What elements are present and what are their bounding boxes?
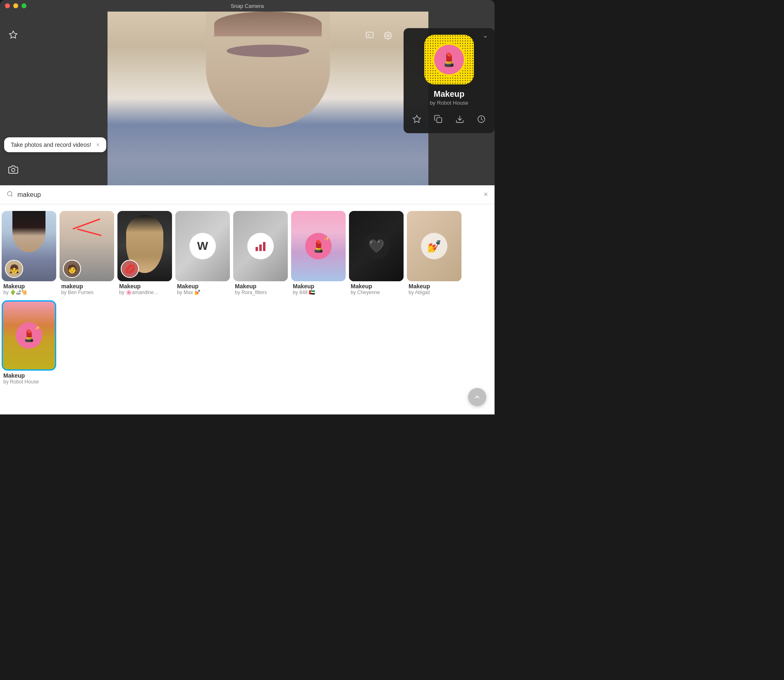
filter-name-abigail: Makeup xyxy=(409,283,460,290)
window-title: Snap Camera xyxy=(231,3,264,9)
filter-avatar-girl: 👧 xyxy=(5,260,23,278)
top-right-buttons xyxy=(362,28,395,43)
filter-item-robothouse[interactable]: 💄 ✨ Makeup by Robot House xyxy=(0,299,58,386)
filter-avatar-woman: 💋 xyxy=(121,260,139,278)
filter-thumb-w: W xyxy=(175,211,230,281)
filter-label-girl: Makeup by 🌵🏕🐪 xyxy=(2,281,56,295)
snapcode-panel: ⌄ 💄 Makeup by Robot House xyxy=(404,28,495,133)
filter-author-girl: by 🌵🏕🐪 xyxy=(3,290,55,295)
svg-point-5 xyxy=(387,35,389,37)
eye-shadow xyxy=(227,45,309,57)
minimize-button[interactable] xyxy=(13,3,18,8)
search-input[interactable] xyxy=(17,191,479,199)
filter-label-w: Makeup by Max 💅 xyxy=(175,281,230,295)
filter-name-robothouse: Makeup xyxy=(3,372,55,379)
svg-point-1 xyxy=(12,168,15,172)
filter-thumb-robothouse: 💄 ✨ xyxy=(2,300,56,371)
svg-marker-0 xyxy=(10,31,17,38)
filters-grid: 👧 Makeup by 🌵🏕🐪 xyxy=(0,204,495,414)
close-button[interactable] xyxy=(5,3,10,8)
filter-author-cheyenne: by Cheyenne xyxy=(351,290,402,295)
snapcode-favorite-button[interactable] xyxy=(410,112,423,127)
snapcode-timer-button[interactable] xyxy=(475,112,488,127)
filter-item-cheyenne[interactable]: 🖤 Makeup by Cheyenne xyxy=(347,209,405,297)
svg-rect-13 xyxy=(259,244,262,251)
snapcode-image: 💄 xyxy=(424,35,474,84)
filter-item-guy[interactable]: 🧑 makeup by Ben Furnes xyxy=(58,209,116,297)
snapcode-download-button[interactable] xyxy=(453,112,466,127)
filter-icon-bars xyxy=(247,233,274,259)
filter-label-guy: makeup by Ben Furnes xyxy=(60,281,114,295)
filters-row-2: 💄 ✨ Makeup by Robot House xyxy=(0,299,495,411)
filter-author-848: by 848 🇦🇪 xyxy=(293,290,344,295)
filters-row-1: 👧 Makeup by 🌵🏕🐪 xyxy=(0,208,495,299)
filter-author-woman: by 🌸amandine… xyxy=(119,290,170,295)
filter-author-abigail: by Abigail xyxy=(409,290,460,295)
filter-thumb-abigail: 💅 xyxy=(407,211,461,281)
filter-name-848: Makeup xyxy=(293,283,344,290)
filter-name-guy: makeup xyxy=(61,283,112,290)
search-bar: × xyxy=(0,185,495,204)
svg-point-10 xyxy=(7,192,12,196)
filter-label-848: Makeup by 848 🇦🇪 xyxy=(291,281,346,295)
tooltip-bubble: Take photos and record videos! × xyxy=(4,137,106,152)
filter-label-cheyenne: Makeup by Cheyenne xyxy=(349,281,404,295)
snapcode-chevron[interactable]: ⌄ xyxy=(483,31,488,39)
filter-item-w[interactable]: W Makeup by Max 💅 xyxy=(174,209,232,297)
filter-icon-robothouse: 💄 ✨ xyxy=(16,322,42,349)
filter-name-girl: Makeup xyxy=(3,283,55,290)
scroll-top-button[interactable] xyxy=(468,388,486,406)
filter-label-robothouse: Makeup by Robot House xyxy=(2,371,56,385)
filter-name-w: Makeup xyxy=(177,283,228,290)
filter-item-848[interactable]: 💄 ✨ Makeup by 848 🇦🇪 xyxy=(289,209,347,297)
filter-icon-w: W xyxy=(189,233,216,259)
svg-rect-12 xyxy=(256,247,258,251)
title-bar: Snap Camera xyxy=(0,0,495,12)
filter-avatar-guy: 🧑 xyxy=(63,260,81,278)
snapcode-filter-name: Makeup xyxy=(410,89,488,99)
filter-item-abigail[interactable]: 💅 Makeup by Abigail xyxy=(405,209,463,297)
twitch-button[interactable] xyxy=(362,28,377,43)
tooltip-text: Take photos and record videos! xyxy=(11,141,91,148)
snapcode-inner-circle: 💄 xyxy=(434,45,464,74)
filter-author-robothouse: by Robot House xyxy=(3,379,55,385)
search-icon xyxy=(7,191,13,199)
filter-icon-abigail: 💅 xyxy=(421,233,447,259)
filter-author-bars: by Rora_filters xyxy=(235,290,286,295)
svg-marker-6 xyxy=(413,115,421,122)
filter-label-abigail: Makeup by Abigail xyxy=(407,281,461,295)
filter-item-bars[interactable]: Makeup by Rora_filters xyxy=(232,209,289,297)
filter-item-woman[interactable]: 💋 Makeup by 🌸amandine… xyxy=(116,209,174,297)
filter-thumb-guy: 🧑 xyxy=(60,211,114,281)
filter-icon-cheyenne: 🖤 xyxy=(363,233,390,259)
camera-area: Take photos and record videos! × ⌄ 💄 xyxy=(0,12,495,185)
search-clear-button[interactable]: × xyxy=(483,190,488,199)
capture-button[interactable] xyxy=(6,162,21,177)
settings-button[interactable] xyxy=(380,28,395,43)
filter-thumb-cheyenne: 🖤 xyxy=(349,211,404,281)
filter-thumb-woman: 💋 xyxy=(117,211,172,281)
filter-author-guy: by Ben Furnes xyxy=(61,290,112,295)
filter-thumb-848: 💄 ✨ xyxy=(291,211,346,281)
filter-name-cheyenne: Makeup xyxy=(351,283,402,290)
filter-item-girl[interactable]: 👧 Makeup by 🌵🏕🐪 xyxy=(0,209,58,297)
snapcode-actions xyxy=(410,112,488,127)
filter-name-woman: Makeup xyxy=(119,283,170,290)
filter-author-w: by Max 💅 xyxy=(177,290,228,295)
svg-rect-7 xyxy=(437,117,442,122)
filter-name-bars: Makeup xyxy=(235,283,286,290)
snapcode-filter-author: by Robot House xyxy=(410,100,488,106)
lipstick-emoji: 💄 xyxy=(441,52,457,67)
favorite-button[interactable] xyxy=(6,27,21,42)
filter-label-woman: Makeup by 🌸amandine… xyxy=(117,281,172,295)
svg-rect-14 xyxy=(263,242,265,251)
filter-icon-848: 💄 ✨ xyxy=(305,233,332,259)
maximize-button[interactable] xyxy=(22,3,26,8)
filter-thumb-bars xyxy=(233,211,288,281)
filter-label-bars: Makeup by Rora_filters xyxy=(233,281,288,295)
svg-line-11 xyxy=(11,195,12,196)
tooltip-close-button[interactable]: × xyxy=(96,141,100,148)
hair-area xyxy=(214,12,322,36)
snapcode-copy-button[interactable] xyxy=(432,112,445,127)
filter-thumb-girl: 👧 xyxy=(2,211,56,281)
